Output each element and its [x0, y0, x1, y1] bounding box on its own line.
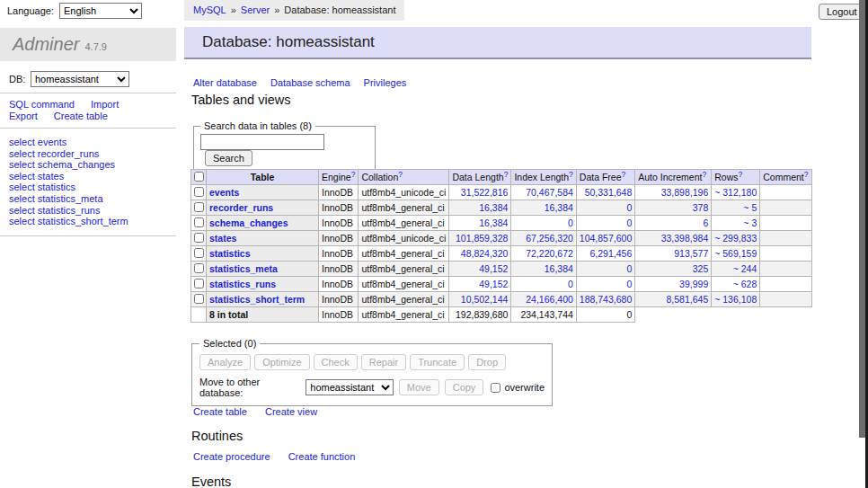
move-button[interactable]: Move	[399, 379, 439, 395]
table-name-link[interactable]: statistics_short_term	[209, 294, 305, 305]
row-checkbox[interactable]	[194, 233, 204, 243]
sidebar-select-link[interactable]: select statistics	[9, 182, 128, 193]
row-checkbox[interactable]	[194, 294, 204, 304]
table-name-link[interactable]: statistics	[209, 248, 251, 259]
data-length-link[interactable]: 16,384	[479, 202, 508, 213]
auto-increment-link[interactable]: 33,398,984	[661, 233, 709, 244]
data-length-link[interactable]: 10,502,144	[461, 294, 509, 305]
db-select[interactable]: homeassistant	[31, 71, 129, 87]
data-length-link[interactable]: 49,152	[479, 263, 508, 274]
data-length-link[interactable]: 101,859,328	[456, 233, 508, 244]
database-link-privileges[interactable]: Privileges	[364, 77, 407, 88]
table-name-link[interactable]: recorder_runs	[209, 202, 273, 213]
help-link[interactable]: ?	[351, 170, 356, 179]
sidebar-create-table-link[interactable]: Create table	[54, 111, 108, 121]
sidebar-select-link[interactable]: select events	[9, 137, 128, 148]
sidebar-export-link[interactable]: Export	[9, 111, 38, 121]
bulk-check-button[interactable]: Check	[314, 354, 358, 370]
help-link[interactable]: ?	[739, 170, 743, 179]
index-length-link[interactable]: 70,467,584	[526, 187, 573, 198]
row-checkbox[interactable]	[194, 187, 204, 197]
help-link[interactable]: ?	[398, 170, 403, 179]
data-free-link[interactable]: 6,291,456	[590, 248, 633, 259]
auto-increment-link[interactable]: 325	[693, 263, 709, 274]
sidebar-select-link[interactable]: select schema_changes	[9, 159, 128, 171]
data-free-link[interactable]: 0	[626, 217, 632, 228]
help-link[interactable]: ?	[622, 170, 626, 179]
auto-increment-link[interactable]: 913,577	[674, 248, 708, 259]
auto-increment-link[interactable]: 8,581,645	[667, 294, 709, 305]
database-link-database-schema[interactable]: Database schema	[270, 77, 350, 88]
data-free-link[interactable]: 0	[626, 279, 632, 289]
table-name-link[interactable]: schema_changes	[209, 217, 288, 228]
data-length-link[interactable]: 31,522,816	[461, 187, 509, 198]
copy-button[interactable]: Copy	[445, 379, 484, 395]
data-free-link[interactable]: 0	[626, 202, 632, 213]
table-name-link[interactable]: states	[209, 233, 236, 244]
bulk-analyze-button[interactable]: Analyze	[199, 354, 251, 370]
rows-link[interactable]: ~ 5	[743, 202, 757, 213]
rows-link[interactable]: ~ 244	[733, 263, 757, 274]
help-link[interactable]: ?	[569, 170, 573, 179]
select-all-checkbox[interactable]	[194, 172, 204, 182]
sidebar-sql-command-link[interactable]: SQL command	[9, 99, 75, 110]
logout-button[interactable]: Logout	[819, 4, 865, 20]
sidebar-select-link[interactable]: select statistics_meta	[9, 193, 128, 205]
create-table-link[interactable]: Create table	[193, 406, 247, 417]
row-checkbox[interactable]	[194, 279, 204, 288]
data-free-link[interactable]: 104,857,600	[580, 233, 632, 244]
language-select[interactable]: English	[59, 3, 142, 19]
data-free-link[interactable]: 188,743,680	[580, 294, 632, 305]
breadcrumb-link[interactable]: MySQL	[193, 4, 226, 15]
bulk-truncate-button[interactable]: Truncate	[410, 354, 465, 370]
vertical-scrollbar-thumb[interactable]	[859, 0, 865, 438]
index-length-link[interactable]: 16,384	[545, 263, 573, 274]
help-link[interactable]: ?	[504, 170, 509, 179]
table-name-link[interactable]: events	[209, 187, 239, 198]
index-length-link[interactable]: 0	[568, 279, 573, 289]
row-checkbox[interactable]	[194, 263, 204, 273]
index-length-link[interactable]: 0	[568, 217, 573, 228]
index-length-link[interactable]: 16,384	[545, 202, 573, 213]
index-length-link[interactable]: 72,220,672	[526, 248, 573, 259]
table-name-link[interactable]: statistics_meta	[209, 263, 278, 274]
rows-link[interactable]: ~ 3	[743, 217, 757, 228]
sidebar-import-link[interactable]: Import	[91, 99, 119, 110]
search-button[interactable]: Search	[205, 150, 252, 166]
data-free-link[interactable]: 50,331,648	[585, 187, 633, 198]
help-link[interactable]: ?	[804, 170, 809, 179]
create-view-link[interactable]: Create view	[265, 406, 317, 417]
data-length-link[interactable]: 48,824,320	[461, 248, 509, 259]
bulk-drop-button[interactable]: Drop	[468, 354, 506, 370]
index-length-link[interactable]: 24,166,400	[526, 294, 573, 305]
row-checkbox[interactable]	[194, 248, 204, 258]
table-name-link[interactable]: statistics_runs	[209, 279, 276, 289]
breadcrumb-link[interactable]: Server	[241, 4, 270, 15]
move-database-select[interactable]: homeassistant	[306, 379, 393, 395]
sidebar-select-link[interactable]: select statistics_runs	[9, 205, 128, 217]
create-procedure-link[interactable]: Create procedure	[193, 451, 270, 462]
create-function-link[interactable]: Create function	[288, 451, 356, 462]
rows-link[interactable]: ~ 569,159	[714, 248, 757, 259]
auto-increment-link[interactable]: 378	[693, 202, 709, 213]
sidebar-select-link[interactable]: select states	[9, 171, 128, 182]
bulk-optimize-button[interactable]: Optimize	[254, 354, 309, 370]
auto-increment-link[interactable]: 6	[703, 217, 708, 228]
help-link[interactable]: ?	[702, 170, 706, 179]
sidebar-select-link[interactable]: select statistics_short_term	[9, 216, 128, 227]
rows-link[interactable]: ~ 136,108	[714, 294, 757, 305]
data-free-link[interactable]: 0	[626, 263, 632, 274]
rows-link[interactable]: ~ 299,833	[714, 233, 757, 244]
rows-link[interactable]: ~ 628	[733, 279, 757, 289]
data-length-link[interactable]: 16,384	[479, 217, 508, 228]
auto-increment-link[interactable]: 33,898,196	[661, 187, 709, 198]
database-link-alter-database[interactable]: Alter database	[193, 77, 257, 88]
rows-link[interactable]: ~ 312,180	[714, 187, 757, 198]
bulk-repair-button[interactable]: Repair	[361, 354, 406, 370]
index-length-link[interactable]: 67,256,320	[526, 233, 573, 244]
row-checkbox[interactable]	[194, 217, 204, 227]
row-checkbox[interactable]	[194, 202, 204, 212]
auto-increment-link[interactable]: 39,999	[679, 279, 708, 289]
sidebar-select-link[interactable]: select recorder_runs	[9, 148, 128, 160]
data-length-link[interactable]: 49,152	[479, 279, 508, 289]
